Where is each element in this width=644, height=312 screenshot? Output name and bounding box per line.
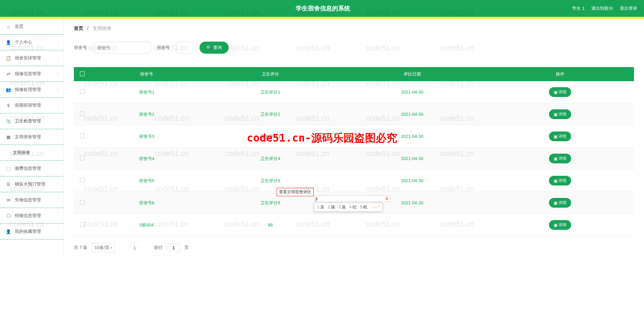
sidebar-item-label: 卫生检查管理 bbox=[15, 118, 41, 124]
sidebar-item-label: 个人中心 bbox=[15, 39, 32, 45]
sidebar-item[interactable]: 🎙假期留宿管理˅ bbox=[0, 98, 63, 113]
sidebar-item-label: 文明宿舍管理 bbox=[15, 134, 41, 140]
search-label-2: 宿舍号 bbox=[157, 45, 170, 51]
star-icon: 👤 bbox=[5, 229, 11, 234]
chevron-down-icon: ˅ bbox=[57, 183, 59, 186]
ime-candidate[interactable]: 3.急 bbox=[338, 204, 346, 210]
doc-icon: ▦ bbox=[5, 135, 11, 140]
header-to-front[interactable]: 退出到前台 bbox=[591, 5, 613, 11]
row-checkbox[interactable] bbox=[80, 156, 85, 160]
table-row: 宿舍号3 卫生评分3 2021-04-30 ▣ 详情 bbox=[74, 125, 634, 148]
row-checkbox[interactable] bbox=[80, 134, 85, 138]
table-row: 宿舍号2 卫生评分2 2021-04-30 ▣ 详情 bbox=[74, 103, 634, 125]
search-icon: 🔍 bbox=[206, 45, 212, 50]
sidebar-item[interactable]: ⬚缴费信息管理˅ bbox=[0, 161, 63, 176]
detail-icon: ▣ bbox=[554, 134, 557, 139]
cell-dorm: 宿舍号4 bbox=[91, 148, 202, 170]
chevron-down-icon: ˅ bbox=[57, 230, 59, 233]
home-icon: ⌂ bbox=[5, 24, 11, 29]
table-header: 评比日期 bbox=[338, 67, 487, 81]
detail-button[interactable]: ▣ 详情 bbox=[549, 176, 571, 186]
sidebar-item-label: 报修信息管理 bbox=[15, 71, 41, 77]
select-all-checkbox[interactable] bbox=[80, 71, 85, 76]
breadcrumb: 首页 / 文明宿舍 bbox=[74, 25, 634, 32]
page-prev[interactable]: ‹ bbox=[119, 244, 126, 252]
row-checkbox[interactable] bbox=[80, 178, 85, 183]
cell-dorm: 5栋604 bbox=[91, 214, 202, 236]
clip-icon: 📎 bbox=[5, 119, 11, 124]
sidebar-item[interactable]: ✉失物信息管理˅ bbox=[0, 192, 63, 208]
cell-dorm: 宿舍号3 bbox=[91, 125, 202, 148]
chevron-down-icon: ▾ bbox=[110, 246, 112, 250]
page-unit: 页 bbox=[184, 245, 189, 251]
detail-button[interactable]: ▣ 详情 bbox=[549, 154, 571, 163]
ime-page-arrows[interactable]: ‹ › ˅ bbox=[373, 205, 380, 210]
cell-score: 卫生评分1 bbox=[202, 81, 338, 103]
breadcrumb-current: 文明宿舍 bbox=[93, 25, 111, 31]
cell-score: 卫生评分5 bbox=[202, 170, 338, 192]
sidebar-sub-item[interactable]: 文明宿舍 bbox=[0, 145, 63, 161]
sidebar-item[interactable]: 🖵招领信息管理˅ bbox=[0, 208, 63, 224]
sidebar-item-label: 缴费信息管理 bbox=[15, 165, 41, 171]
chevron-down-icon: ˅ bbox=[57, 72, 59, 76]
search-input-1[interactable] bbox=[92, 42, 152, 54]
detail-button[interactable]: ▣ 详情 bbox=[549, 109, 571, 119]
chevron-down-icon: ˅ bbox=[57, 104, 59, 107]
detail-button[interactable]: ▣ 详情 bbox=[549, 87, 571, 97]
sidebar-item[interactable]: 📎卫生检查管理˅ bbox=[0, 113, 63, 129]
cell-score: 卫生评分3 bbox=[202, 125, 338, 148]
table-row: 5栋604 88 ▣ 详情 bbox=[74, 214, 634, 236]
ime-candidate[interactable]: 2.级 bbox=[328, 204, 335, 210]
chevron-down-icon: ˅ bbox=[57, 56, 59, 60]
row-checkbox[interactable] bbox=[80, 89, 85, 94]
page-goto-label: 前往 bbox=[154, 245, 163, 251]
sidebar-item-label: 我的收藏管理 bbox=[15, 228, 41, 235]
search-label-1: 宿舍号 bbox=[74, 45, 87, 51]
chevron-up-icon: ˄ bbox=[57, 135, 59, 139]
app-header: 学生宿舍信息的系统 学生 1 退出到前台 退出登录 bbox=[0, 0, 644, 17]
table-header: 宿舍号 bbox=[91, 67, 202, 81]
sidebar-item-label: 报修处理管理 bbox=[15, 87, 41, 93]
user2-icon: 👥 bbox=[5, 87, 11, 92]
mic-icon: 🎙 bbox=[5, 103, 11, 108]
detail-button[interactable]: ▣ 详情 bbox=[549, 132, 571, 141]
sidebar-item[interactable]: ⌂首页 bbox=[0, 19, 63, 35]
search-button[interactable]: 🔍 查询 bbox=[199, 42, 229, 54]
cell-score: 卫生评分2 bbox=[202, 103, 338, 125]
cell-date bbox=[338, 214, 487, 236]
row-checkbox[interactable] bbox=[80, 222, 85, 227]
sidebar-item-label: 桶装水预订管理 bbox=[15, 181, 45, 187]
sidebar-item[interactable]: 📋宿舍安排管理˅ bbox=[0, 50, 63, 66]
sidebar-item[interactable]: ⇄报修信息管理˅ bbox=[0, 66, 63, 82]
ime-candidate[interactable]: 4.纪 bbox=[349, 204, 357, 210]
ime-candidates[interactable]: 1.及2.级3.急4.纪5.机‹ › ˅ bbox=[314, 203, 383, 212]
page-size-select[interactable]: 10条/页 ▾ bbox=[91, 243, 115, 252]
cell-dorm: 宿舍号2 bbox=[91, 103, 202, 125]
sidebar-item[interactable]: 👥报修处理管理˅ bbox=[0, 82, 63, 98]
ime-candidate[interactable]: 5.机 bbox=[360, 204, 367, 210]
sidebar-item[interactable]: ▦文明宿舍管理˄ bbox=[0, 129, 63, 145]
sidebar: ⌂首页👤个人中心˅📋宿舍安排管理˅⇄报修信息管理˅👥报修处理管理˅🎙假期留宿管理… bbox=[0, 19, 64, 259]
sidebar-item[interactable]: 👤我的收藏管理˅ bbox=[0, 224, 63, 240]
cell-date: 2021-04-30 bbox=[338, 148, 487, 170]
breadcrumb-home[interactable]: 首页 bbox=[74, 25, 83, 31]
search-input-2[interactable] bbox=[175, 42, 195, 54]
page-goto-input[interactable] bbox=[167, 244, 180, 252]
page-number[interactable]: 1 bbox=[130, 244, 139, 252]
cell-date: 2021-04-30 bbox=[338, 81, 487, 103]
row-checkbox[interactable] bbox=[80, 111, 85, 116]
detail-button[interactable]: ▣ 详情 bbox=[549, 220, 571, 230]
tooltip: 查看文明宿舍评比 bbox=[277, 188, 314, 196]
sidebar-item[interactable]: 👤个人中心˅ bbox=[0, 35, 63, 50]
table-row: 宿舍号4 卫生评分4 2021-04-30 ▣ 详情 bbox=[74, 148, 634, 170]
scan-icon: ⬚ bbox=[5, 166, 11, 171]
sidebar-item[interactable]: ☰桶装水预订管理˅ bbox=[0, 176, 63, 192]
page-next[interactable]: › bbox=[143, 244, 150, 252]
sidebar-item-label: 首页 bbox=[15, 23, 24, 30]
ime-candidate[interactable]: 1.及 bbox=[317, 204, 324, 210]
header-logout[interactable]: 退出登录 bbox=[620, 5, 637, 11]
row-checkbox[interactable] bbox=[80, 200, 85, 205]
detail-icon: ▣ bbox=[554, 201, 557, 205]
header-user[interactable]: 学生 1 bbox=[572, 5, 585, 11]
detail-button[interactable]: ▣ 详情 bbox=[549, 198, 571, 208]
